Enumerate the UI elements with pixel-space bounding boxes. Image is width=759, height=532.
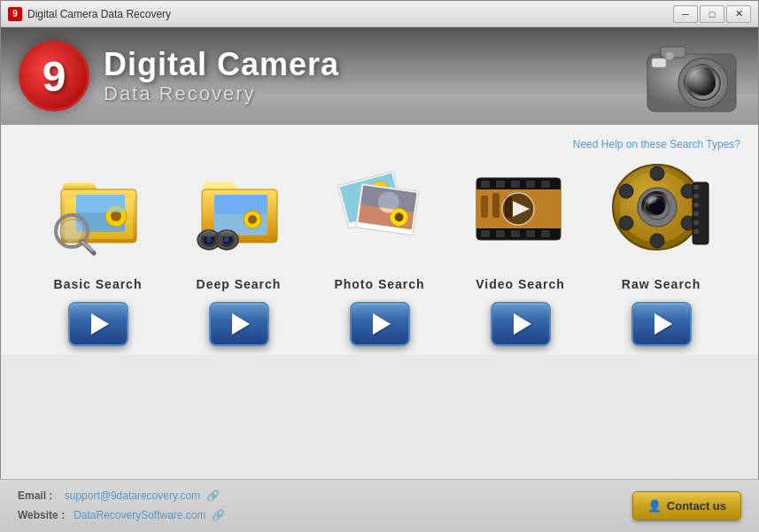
play-icon: [654, 313, 672, 335]
photo-search-icon: [322, 151, 438, 266]
search-options-grid: Basic Search: [19, 125, 740, 355]
svg-rect-83: [693, 229, 699, 234]
svg-point-66: [650, 166, 664, 181]
svg-rect-50: [526, 181, 535, 188]
play-icon: [373, 313, 391, 335]
svg-point-18: [60, 220, 83, 243]
svg-point-36: [221, 230, 233, 237]
website-row: Website : DataRecoverySoftware.com 🔗: [18, 506, 632, 526]
email-link[interactable]: support@9datarecovery.com: [65, 490, 200, 502]
photo-search-label: Photo Search: [334, 277, 424, 291]
svg-point-67: [650, 234, 664, 248]
contact-button[interactable]: 👤 Contact us: [632, 491, 741, 520]
basic-search-play-button[interactable]: [68, 302, 128, 346]
window-controls: ─ □ ✕: [673, 5, 751, 23]
svg-point-68: [619, 184, 633, 198]
logo-badge: 9: [19, 41, 89, 112]
svg-point-70: [619, 216, 633, 230]
raw-search-icon: [604, 151, 719, 266]
svg-rect-2: [652, 58, 666, 67]
app-icon: 9: [8, 7, 22, 21]
play-icon: [232, 313, 250, 335]
svg-rect-82: [693, 220, 699, 225]
email-label: Email :: [18, 490, 52, 502]
svg-point-35: [203, 230, 215, 237]
photo-search-play-button[interactable]: [350, 302, 410, 346]
svg-rect-51: [541, 181, 550, 188]
play-icon: [91, 313, 109, 335]
main-window: 9 Digital Camera Data Recovery ─ □ ✕ 9 D…: [0, 0, 759, 532]
svg-rect-56: [541, 230, 550, 237]
raw-search-item[interactable]: Raw Search: [600, 151, 724, 346]
maximize-button[interactable]: □: [700, 5, 724, 23]
contact-button-label: Contact us: [667, 499, 726, 513]
svg-rect-16: [76, 195, 125, 212]
video-search-play-button[interactable]: [491, 302, 551, 346]
email-row: Email : support@9datarecovery.com 🔗: [18, 487, 632, 506]
footer-info: Email : support@9datarecovery.com 🔗 Webs…: [18, 487, 632, 525]
raw-search-play-button[interactable]: [631, 302, 692, 346]
play-icon: [514, 313, 531, 335]
svg-point-8: [684, 64, 723, 103]
deep-search-label: Deep Search: [197, 277, 282, 291]
svg-rect-34: [216, 235, 223, 244]
svg-point-29: [206, 237, 212, 243]
svg-rect-81: [693, 212, 699, 216]
window-title: Digital Camera Data Recovery: [27, 8, 673, 20]
svg-rect-52: [481, 230, 490, 237]
svg-point-9: [665, 51, 674, 60]
deep-search-icon: [182, 151, 297, 266]
svg-rect-49: [511, 181, 520, 188]
svg-rect-78: [693, 185, 699, 189]
basic-search-item[interactable]: Basic Search: [36, 151, 160, 346]
svg-point-33: [224, 237, 229, 243]
raw-search-label: Raw Search: [622, 277, 701, 291]
basic-search-icon: [41, 151, 156, 266]
svg-rect-80: [693, 203, 699, 207]
deep-search-item[interactable]: Deep Search: [177, 151, 301, 346]
title-bar: 9 Digital Camera Data Recovery ─ □ ✕: [1, 1, 758, 27]
video-search-label: Video Search: [476, 277, 564, 291]
svg-rect-47: [481, 181, 490, 188]
svg-point-25: [248, 215, 257, 224]
footer: Email : support@9datarecovery.com 🔗 Webs…: [0, 479, 759, 532]
close-button[interactable]: ✕: [726, 5, 751, 23]
svg-rect-48: [496, 181, 505, 188]
app-title-line2: Data Recovery: [104, 82, 643, 105]
svg-rect-79: [693, 194, 699, 198]
website-label: Website :: [18, 509, 65, 521]
video-search-icon: [463, 151, 578, 266]
minimize-button[interactable]: ─: [673, 5, 698, 23]
website-link[interactable]: DataRecoverySoftware.com: [74, 509, 205, 521]
contact-person-icon: 👤: [647, 499, 662, 513]
camera-icon: [643, 36, 740, 116]
main-panel: Need Help on these Search Types?: [1, 125, 758, 355]
deep-search-play-button[interactable]: [209, 302, 269, 346]
help-link[interactable]: Need Help on these Search Types?: [573, 138, 740, 150]
svg-rect-55: [526, 230, 535, 237]
header-title: Digital Camera Data Recovery: [104, 47, 643, 105]
photo-search-item[interactable]: Photo Search: [318, 151, 442, 346]
main-content: Need Help on these Search Types?: [1, 125, 758, 506]
svg-rect-23: [214, 195, 267, 214]
svg-rect-53: [496, 230, 505, 237]
app-title-line1: Digital Camera: [104, 47, 643, 82]
svg-rect-54: [511, 230, 520, 237]
app-header: 9 Digital Camera Data Recovery: [1, 27, 758, 125]
video-search-item[interactable]: Video Search: [459, 151, 583, 346]
basic-search-label: Basic Search: [54, 277, 143, 291]
